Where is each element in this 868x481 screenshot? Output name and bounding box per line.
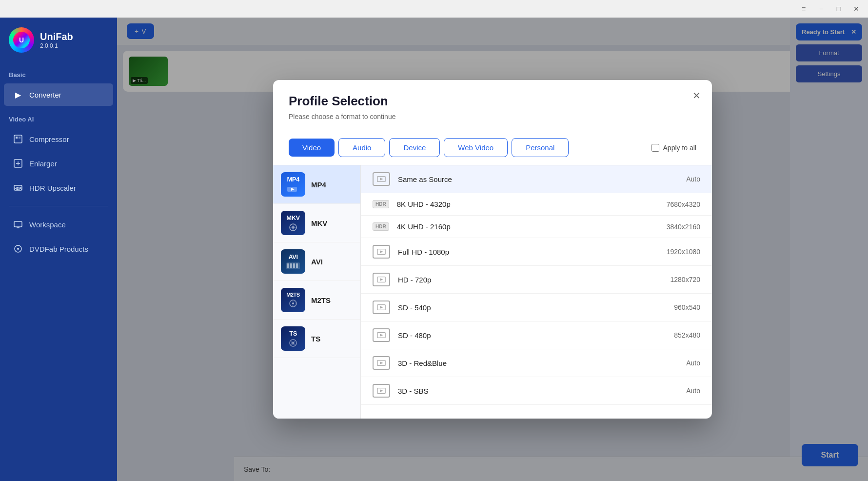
tab-web-video[interactable]: Web Video: [444, 138, 508, 157]
modal-title: Profile Selection: [289, 94, 696, 109]
hdr-badge-4k: HDR: [373, 222, 389, 231]
enlarger-label: Enlarger: [29, 160, 57, 168]
res-dim-3d-rb: Auto: [651, 359, 700, 367]
res-name-sd540: SD - 540p: [398, 303, 644, 312]
tab-video[interactable]: Video: [289, 139, 335, 157]
apply-to-all-checkbox[interactable]: [651, 144, 659, 152]
modal-header: Profile Selection Please choose a format…: [273, 80, 712, 138]
close-button[interactable]: ✕: [848, 2, 864, 16]
modal-subtitle: Please choose a format to continue: [289, 113, 696, 120]
sidebar: U UniFab 2.0.0.1 Basic ▶ Converter Video…: [0, 18, 117, 481]
svg-rect-10: [14, 221, 22, 227]
modal-body: MP4 MP4: [273, 165, 712, 419]
tab-device[interactable]: Device: [389, 138, 440, 157]
resolution-item-4k[interactable]: HDR 4K UHD - 2160p 3840x2160: [361, 216, 712, 238]
resolution-item-sd540[interactable]: SD - 540p 960x540: [361, 294, 712, 321]
maximize-button[interactable]: □: [831, 2, 847, 16]
hdr-badge-8k: HDR: [373, 200, 389, 208]
converter-icon: ▶: [13, 89, 23, 100]
svg-text:HDR: HDR: [14, 187, 21, 190]
main-content: + V ▶ Tri... Ready to Start ✕ Format Set…: [117, 18, 868, 481]
resolution-item-fullhd[interactable]: Full HD - 1080p 1920x1080: [361, 238, 712, 266]
modal-overlay: Profile Selection Please choose a format…: [117, 18, 868, 481]
res-name-8k: 8K UHD - 4320p: [397, 200, 644, 208]
svg-marker-43: [380, 361, 383, 364]
svg-point-14: [17, 248, 19, 250]
sidebar-item-dvdfab[interactable]: DVDFab Products: [4, 238, 113, 260]
resolution-item-sd480[interactable]: SD - 480p 852x480: [361, 321, 712, 349]
modal-close-button[interactable]: ✕: [689, 88, 704, 103]
workspace-icon: [13, 219, 23, 230]
mp4-icon: MP4: [281, 172, 305, 197]
menu-button[interactable]: ≡: [796, 2, 811, 16]
tab-personal[interactable]: Personal: [512, 138, 569, 157]
ts-icon: TS: [281, 326, 305, 351]
enlarger-icon: [13, 158, 23, 169]
sidebar-item-workspace[interactable]: Workspace: [4, 213, 113, 236]
format-item-mp4[interactable]: MP4 MP4: [273, 165, 360, 204]
logo-text: UniFab 2.0.0.1: [40, 31, 73, 49]
svg-rect-24: [293, 263, 295, 268]
resolution-item-3d-sbs[interactable]: 3D - SBS Auto: [361, 377, 712, 405]
dvdfab-label: DVDFab Products: [29, 245, 88, 253]
res-dim-fullhd: 1920x1080: [651, 248, 700, 256]
res-icon-hd720: [373, 273, 390, 286]
svg-rect-2: [14, 135, 22, 143]
converter-label: Converter: [29, 91, 61, 99]
svg-marker-45: [380, 389, 383, 392]
app-window: U UniFab 2.0.0.1 Basic ▶ Converter Video…: [0, 18, 868, 481]
res-icon-3d-rb: [373, 356, 390, 370]
svg-point-27: [292, 302, 294, 304]
res-dim-3d-sbs: Auto: [651, 387, 700, 395]
format-list: MP4 MP4: [273, 165, 361, 419]
mkv-icon: MKV: [281, 211, 305, 235]
res-name-sd480: SD - 480p: [398, 331, 644, 340]
svg-marker-33: [380, 178, 383, 180]
avi-label: AVI: [311, 258, 323, 266]
svg-marker-41: [380, 334, 383, 336]
res-dim-hd720: 1280x720: [651, 276, 700, 283]
svg-rect-25: [296, 263, 298, 268]
apply-to-all-text: Apply to all: [663, 144, 696, 152]
logo-name: UniFab: [40, 31, 73, 42]
svg-marker-39: [380, 306, 383, 308]
minimize-button[interactable]: −: [813, 2, 829, 16]
apply-to-all-label[interactable]: Apply to all: [651, 144, 696, 152]
sidebar-divider: [9, 206, 108, 206]
avi-icon: AVI: [281, 249, 305, 274]
res-icon-3d-sbs: [373, 384, 390, 398]
m2ts-icon: M2TS: [281, 288, 305, 312]
resolution-list: Same as Source Auto HDR 8K UHD - 4320p 7…: [361, 165, 712, 419]
format-item-mkv[interactable]: MKV MKV: [273, 204, 360, 242]
dvdfab-icon: [13, 243, 23, 254]
logo-icon: U: [9, 27, 34, 53]
res-name-same-as-source: Same as Source: [398, 175, 644, 183]
resolution-item-8k[interactable]: HDR 8K UHD - 4320p 7680x4320: [361, 193, 712, 216]
format-item-avi[interactable]: AVI: [273, 242, 360, 281]
res-dim-sd540: 960x540: [651, 303, 700, 311]
section-video-ai-label: Video AI: [0, 107, 117, 127]
res-dim-sd480: 852x480: [651, 331, 700, 339]
format-item-ts[interactable]: TS TS: [273, 320, 360, 358]
svg-marker-35: [380, 250, 383, 253]
tab-audio[interactable]: Audio: [338, 138, 385, 157]
res-icon-same-as-source: [373, 172, 390, 186]
sidebar-item-compressor[interactable]: Compressor: [4, 128, 113, 150]
sidebar-item-enlarger[interactable]: Enlarger: [4, 152, 113, 175]
svg-rect-22: [287, 263, 289, 268]
res-dim-4k: 3840x2160: [651, 223, 700, 231]
svg-marker-37: [380, 278, 383, 281]
sidebar-item-hdr-upscaler[interactable]: HDR HDR Upscaler: [4, 177, 113, 199]
workspace-label: Workspace: [29, 220, 66, 229]
resolution-item-hd720[interactable]: HD - 720p 1280x720: [361, 266, 712, 294]
m2ts-label: M2TS: [311, 296, 331, 304]
resolution-item-3d-rb[interactable]: 3D - Red&Blue Auto: [361, 349, 712, 377]
logo-version: 2.0.0.1: [40, 42, 73, 49]
mp4-label: MP4: [311, 180, 326, 189]
svg-point-30: [292, 342, 294, 344]
res-dim-same-as-source: Auto: [651, 175, 700, 183]
resolution-item-same-as-source[interactable]: Same as Source Auto: [361, 165, 712, 193]
logo-area: U UniFab 2.0.0.1: [0, 18, 117, 62]
format-item-m2ts[interactable]: M2TS M2TS: [273, 281, 360, 320]
sidebar-item-converter[interactable]: ▶ Converter: [4, 83, 113, 106]
